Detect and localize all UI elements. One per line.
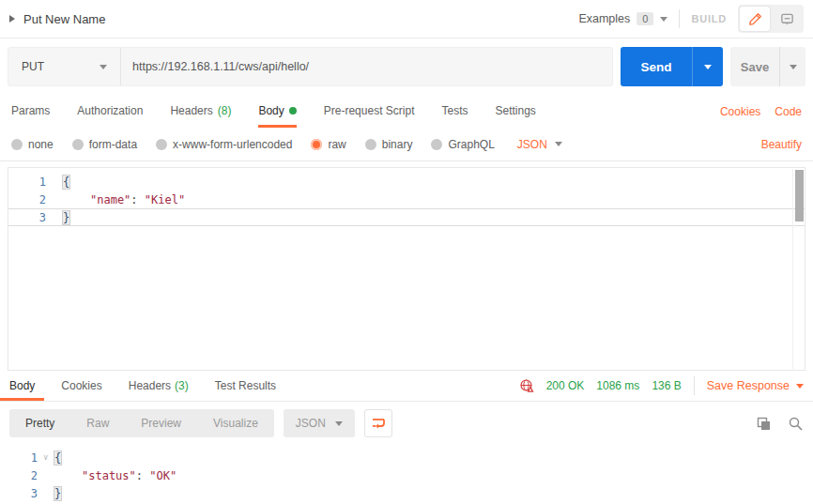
line-number: 1 (8, 176, 52, 189)
response-tabs: Body Cookies Headers (3) Test Results 20… (0, 371, 813, 402)
response-language-select[interactable]: JSON (284, 409, 355, 437)
tab-headers[interactable]: Headers (8) (170, 95, 231, 128)
code-line: 1 { (8, 173, 805, 191)
divider (694, 376, 695, 395)
chevron-down-icon (100, 65, 107, 69)
response-tab-test-results[interactable]: Test Results (206, 371, 285, 401)
radio-graphql[interactable]: GraphQL (431, 138, 494, 151)
url-bar-row: PUT https://192.168.1.11/cws/api/hello/ … (0, 38, 813, 95)
open-brace: { (54, 451, 62, 466)
radio-x-www-form-urlencoded[interactable]: x-www-form-urlencoded (156, 138, 292, 151)
chevron-down-icon (660, 17, 667, 22)
response-headers-count: (3) (175, 379, 189, 392)
request-title: Put New Name (23, 12, 105, 26)
body-type-row: none form-data x-www-form-urlencoded raw… (0, 128, 813, 161)
json-value: "Kiel" (145, 193, 185, 206)
request-tabs: Params Authorization Headers (8) Body Pr… (0, 95, 813, 128)
send-options-button[interactable] (692, 47, 723, 86)
body-filled-dot-icon (289, 107, 297, 115)
edit-mode-button[interactable] (740, 7, 770, 31)
examples-count-badge: 0 (637, 12, 653, 25)
collapse-arrow-icon[interactable] (9, 15, 15, 23)
postman-request-window: Put New Name Examples 0 BUILD (0, 0, 813, 504)
radio-binary[interactable]: binary (365, 138, 413, 151)
request-header-bar: Put New Name Examples 0 BUILD (0, 0, 813, 38)
close-brace: } (62, 210, 70, 225)
url-box: PUT https://192.168.1.11/cws/api/hello/ (8, 47, 613, 86)
save-button[interactable]: Save (730, 47, 779, 86)
build-label: BUILD (691, 13, 727, 24)
network-warning-icon[interactable] (519, 378, 534, 393)
language-select[interactable]: JSON (517, 138, 562, 151)
code-line: 2 "name": "Kiel" (8, 191, 805, 208)
json-key: "status" (82, 469, 136, 482)
open-brace: { (62, 175, 70, 190)
code-line: 3 } (0, 484, 813, 502)
search-button[interactable] (788, 416, 804, 432)
radio-raw[interactable]: raw (311, 138, 345, 151)
examples-dropdown[interactable]: Examples 0 (578, 12, 667, 25)
beautify-link[interactable]: Beautify (761, 138, 802, 151)
view-segmented-control: Pretty Raw Preview Visualize (9, 409, 274, 437)
view-visualize[interactable]: Visualize (197, 409, 274, 437)
divider (679, 9, 680, 28)
tab-tests[interactable]: Tests (441, 95, 468, 128)
response-tab-headers[interactable]: Headers (3) (119, 371, 198, 401)
status-code[interactable]: 200 OK (546, 379, 585, 392)
code-line: 1 ∨ { (0, 449, 813, 466)
json-key: "name" (90, 193, 130, 206)
search-icon (788, 416, 804, 432)
chevron-down-icon (796, 384, 804, 389)
send-split-button: Send (621, 47, 723, 86)
close-brace: } (54, 486, 62, 501)
json-value: "OK" (149, 469, 176, 482)
line-number: 2 (0, 469, 43, 482)
tab-pre-request-script[interactable]: Pre-request Script (324, 95, 415, 128)
examples-label: Examples (578, 12, 630, 25)
radio-selected-icon (311, 139, 322, 150)
tab-authorization[interactable]: Authorization (77, 95, 143, 128)
chevron-down-icon (704, 65, 712, 69)
save-response-button[interactable]: Save Response (707, 379, 804, 392)
line-number: 3 (0, 487, 43, 500)
editor-scrollbar[interactable] (792, 169, 805, 369)
method-select[interactable]: PUT (8, 48, 121, 85)
radio-icon (72, 139, 84, 150)
wrap-lines-button[interactable] (364, 409, 392, 437)
comment-icon (780, 12, 794, 26)
comment-mode-button[interactable] (772, 7, 802, 31)
scrollbar-thumb[interactable] (795, 170, 804, 221)
radio-none[interactable]: none (11, 138, 54, 151)
response-tab-body[interactable]: Body (0, 371, 44, 401)
radio-icon (365, 139, 376, 150)
view-preview[interactable]: Preview (125, 409, 197, 437)
line-number: 3 (8, 211, 52, 224)
send-button[interactable]: Send (621, 47, 692, 86)
radio-icon (431, 139, 442, 150)
response-body-editor[interactable]: 1 ∨ { 2 "status": "OK" 3 } (0, 445, 813, 504)
request-body-editor[interactable]: 1 { 2 "name": "Kiel" 3 } (8, 167, 805, 371)
tab-params[interactable]: Params (11, 95, 50, 128)
radio-icon (156, 139, 167, 150)
chevron-down-icon (335, 421, 343, 426)
response-view-toolbar: Pretty Raw Preview Visualize JSON (0, 402, 813, 445)
cookies-link[interactable]: Cookies (720, 105, 760, 118)
code-line: 2 "status": "OK" (0, 466, 813, 484)
save-split-button: Save (730, 47, 805, 86)
code-link[interactable]: Code (775, 105, 802, 118)
response-tab-cookies[interactable]: Cookies (52, 371, 111, 401)
response-time[interactable]: 1086 ms (596, 379, 639, 392)
copy-icon (756, 416, 772, 432)
tab-settings[interactable]: Settings (496, 95, 536, 128)
radio-form-data[interactable]: form-data (72, 138, 137, 151)
edit-comment-toggle (738, 5, 804, 33)
response-status-bar: 200 OK 1086 ms 136 B Save Response (519, 371, 804, 401)
tab-body[interactable]: Body (258, 95, 296, 128)
view-pretty[interactable]: Pretty (9, 409, 70, 437)
chevron-down-icon (790, 65, 797, 69)
save-options-button[interactable] (779, 47, 805, 86)
copy-button[interactable] (756, 416, 772, 432)
view-raw[interactable]: Raw (70, 409, 125, 437)
response-size[interactable]: 136 B (652, 379, 681, 392)
url-input[interactable]: https://192.168.1.11/cws/api/hello/ (121, 60, 320, 73)
